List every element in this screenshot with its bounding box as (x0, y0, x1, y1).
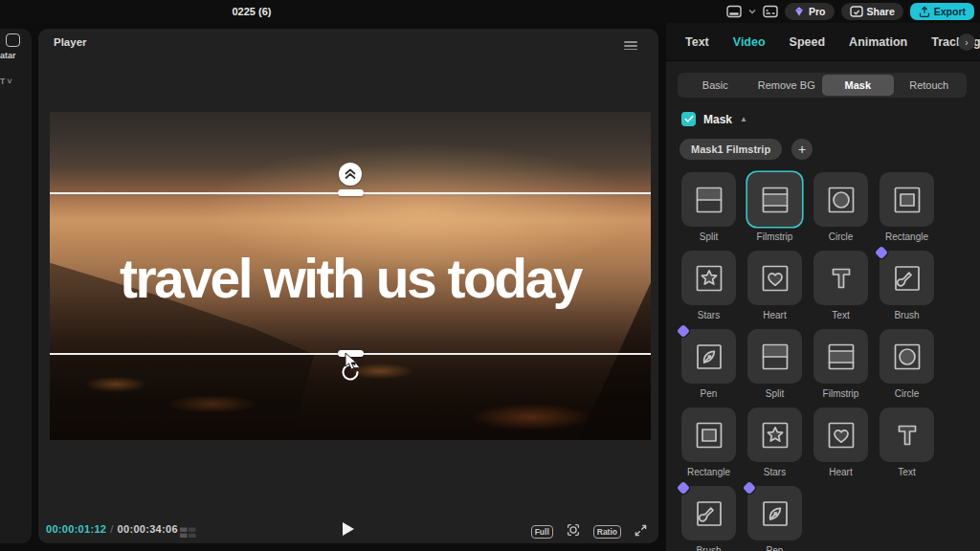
mouse-cursor (344, 352, 360, 375)
video-preview[interactable]: travel with us today (50, 112, 651, 440)
fullscreen-icon[interactable] (633, 522, 649, 542)
pen-mask-icon (759, 497, 791, 530)
mask-tile-label: Rectangle (687, 467, 730, 477)
mask-tile-heart[interactable]: Heart (742, 251, 808, 329)
mask-tile-stars[interactable]: Stars (676, 251, 742, 329)
applied-masks-row: Mask1 Filmstrip + (679, 139, 980, 160)
mask-tile-heart[interactable]: Heart (808, 408, 874, 486)
mask-tile-pen[interactable]: Pen (742, 486, 808, 551)
mask-grid: SplitFilmstripCircleRectangleStarsHeartT… (676, 172, 980, 551)
full-view-button[interactable]: Full (531, 525, 553, 539)
tab-speed[interactable]: Speed (790, 35, 826, 49)
mask-section-label: Mask (703, 113, 732, 126)
tabs-scroll-right-button[interactable]: › (958, 33, 975, 51)
total-time: 00:00:34:06 (118, 523, 178, 535)
ratio-button[interactable]: Ratio (593, 525, 621, 539)
mask-tile-label: Stars (698, 310, 720, 320)
add-mask-button[interactable]: + (791, 139, 813, 160)
focus-frame-icon[interactable] (565, 521, 582, 542)
mask-tile-filmstrip[interactable]: Filmstrip (808, 329, 874, 408)
circle-mask-icon (825, 184, 858, 216)
mask-tile-split[interactable]: Split (742, 329, 808, 408)
filmstrip-mask-icon (825, 341, 858, 373)
share-button[interactable]: Share (841, 3, 903, 20)
applied-mask-pill[interactable]: Mask1 Filmstrip (679, 139, 782, 160)
project-title: 0225 (6) (189, 0, 314, 23)
sidebar-collapsed-item[interactable]: T ˅ (0, 77, 12, 86)
mask-tile-label: Brush (894, 310, 919, 320)
double-chevron-up-icon (344, 168, 357, 180)
player-panel-title: Player (54, 36, 87, 48)
player-controls: 00:00:01:12/00:00:34:06 Full Ratio (38, 518, 658, 543)
frame-view-icon[interactable] (180, 525, 196, 542)
app-window: 0225 (6) Pro Share Export (0, 0, 980, 551)
mask-tile-pen[interactable]: Pen (676, 329, 742, 408)
mask-tile-label: Pen (767, 545, 784, 551)
share-icon (850, 6, 863, 17)
mask-tile-circle[interactable]: Circle (808, 172, 874, 251)
mask-tile-text[interactable]: Text (874, 408, 940, 486)
pro-button[interactable]: Pro (785, 3, 835, 20)
layout-panel-icon[interactable] (726, 5, 742, 18)
caption-panel-icon[interactable] (763, 5, 778, 18)
mask-tile-label: Rectangle (885, 231, 928, 242)
mask-tile-stars[interactable]: Stars (742, 408, 808, 486)
play-button[interactable] (343, 522, 354, 536)
mask-tile-label: Circle (895, 388, 920, 399)
mask-tile-rectangle[interactable]: Rectangle (676, 408, 742, 486)
tab-video[interactable]: Video (733, 35, 766, 49)
mask-tile-label: Split (700, 231, 718, 242)
mask-tile-split[interactable]: Split (676, 172, 742, 251)
text-mask-icon (891, 419, 924, 452)
mask-top-resize-handle[interactable] (338, 189, 364, 196)
text-mask-icon (825, 262, 858, 295)
pro-button-label: Pro (809, 6, 826, 17)
avatar-icon[interactable] (6, 33, 20, 47)
video-overlay-text: travel with us today (50, 252, 651, 306)
mask-tile-label: Text (898, 467, 915, 477)
chevron-down-icon[interactable] (748, 9, 756, 14)
tab-text[interactable]: Text (685, 35, 709, 49)
gem-icon (793, 6, 805, 17)
mask-tile-rectangle[interactable]: Rectangle (874, 172, 940, 251)
right-panel-tabs: TextVideoSpeedAnimationTracking (666, 23, 980, 61)
collapse-caret-icon[interactable]: ▲ (740, 115, 747, 123)
export-button-label: Export (934, 6, 966, 17)
player-menu-icon[interactable] (624, 39, 637, 53)
mask-feather-handle[interactable] (339, 163, 362, 186)
mask-tile-label: Text (832, 310, 849, 320)
mask-tile-brush[interactable]: Brush (874, 251, 940, 329)
stars-mask-icon (759, 419, 791, 452)
mask-tile-label: Stars (764, 467, 786, 477)
mask-section-header: Mask ▲ (681, 112, 980, 126)
mask-tile-filmstrip[interactable]: Filmstrip (742, 172, 808, 251)
current-time: 00:00:01:12 (46, 523, 106, 535)
mask-tile-circle[interactable]: Circle (874, 329, 940, 408)
mask-tile-label: Filmstrip (757, 231, 793, 242)
split-mask-icon (759, 341, 791, 373)
share-button-label: Share (867, 6, 895, 17)
mask-tile-label: Heart (763, 310, 786, 320)
mask-tile-label: Heart (829, 467, 852, 477)
timecode: 00:00:01:12/00:00:34:06 (46, 523, 178, 535)
mask-enabled-checkbox[interactable] (681, 112, 696, 126)
titlebar: 0225 (6) Pro Share Export (0, 0, 980, 23)
split-mask-icon (693, 184, 725, 216)
subtab-retouch[interactable]: Retouch (894, 75, 966, 96)
subtab-remove-bg[interactable]: Remove BG (751, 75, 823, 96)
subtab-mask[interactable]: Mask (822, 75, 894, 96)
mask-tile-brush[interactable]: Brush (676, 486, 742, 551)
heart-mask-icon (759, 262, 791, 295)
rectangle-mask-icon (891, 184, 924, 216)
right-panel: TextVideoSpeedAnimationTracking › BasicR… (666, 23, 980, 551)
rectangle-mask-icon (693, 419, 725, 452)
tab-animation[interactable]: Animation (849, 35, 907, 49)
brush-mask-icon (891, 262, 924, 295)
mask-tile-label: Pen (701, 388, 718, 399)
heart-mask-icon (825, 419, 858, 452)
export-button[interactable]: Export (910, 3, 974, 20)
mask-tile-text[interactable]: Text (808, 251, 874, 329)
mask-tile-label: Circle (829, 231, 854, 242)
subtab-basic[interactable]: Basic (679, 75, 751, 96)
left-sidebar: atar T ˅ (0, 29, 32, 543)
